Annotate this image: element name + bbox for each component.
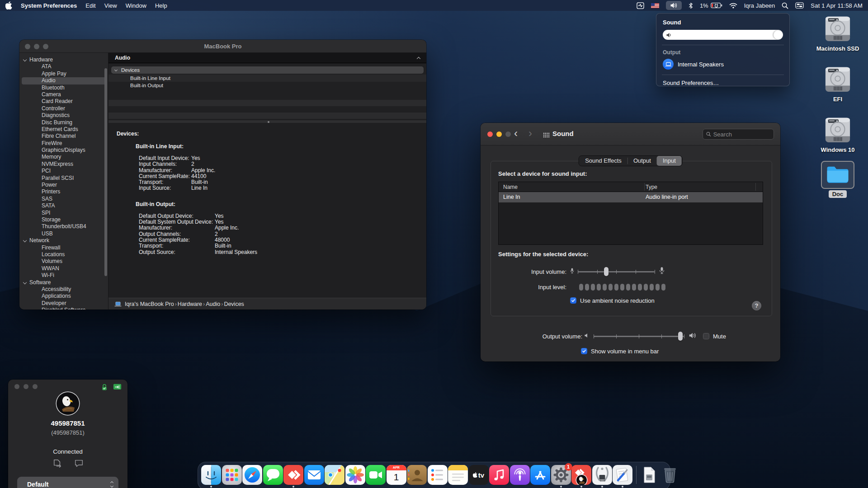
- menu-edit[interactable]: Edit: [85, 2, 95, 9]
- sidebar-item-locations[interactable]: Locations: [19, 251, 108, 258]
- sidebar-item-diagnostics[interactable]: Diagnostics: [19, 112, 108, 119]
- dock-item-safari[interactable]: [242, 465, 262, 488]
- sound-menu-icon[interactable]: [666, 1, 682, 10]
- output-device-row[interactable]: Internal Speakers: [663, 59, 783, 70]
- sidebar-item-printers[interactable]: Printers: [19, 188, 108, 195]
- breadcrumb-segment[interactable]: Devices: [224, 301, 244, 307]
- sidebar-item-sas[interactable]: SAS: [19, 196, 108, 202]
- dock-item-reminders[interactable]: [428, 465, 448, 488]
- sidebar-item-controller[interactable]: Controller: [19, 105, 108, 112]
- dock-item-maps[interactable]: [325, 465, 344, 488]
- sidebar-scrollbar[interactable]: [104, 68, 107, 276]
- breadcrumb-segment[interactable]: Iqra's MacBook Pro: [125, 301, 174, 307]
- search-field[interactable]: [703, 129, 774, 140]
- user-name[interactable]: Iqra Jabeen: [744, 2, 775, 9]
- dock-item-configurator[interactable]: [613, 465, 632, 488]
- dock-item-mail[interactable]: [304, 465, 324, 488]
- breadcrumb[interactable]: Iqra's MacBook Pro›Hardware›Audio›Device…: [125, 301, 244, 307]
- audio-section-header[interactable]: Audio: [108, 53, 426, 63]
- help-button[interactable]: ?: [752, 301, 761, 310]
- desktop-icon-macintosh-ssd[interactable]: Macintosh SSD: [811, 15, 865, 52]
- bluetooth-icon[interactable]: [689, 2, 693, 9]
- dock-item-hackintool[interactable]: [592, 465, 612, 488]
- tree-row-devices[interactable]: Devices: [111, 66, 424, 74]
- profile-dropdown[interactable]: Default: [17, 477, 118, 488]
- sidebar-item-ethernet-cards[interactable]: Ethernet Cards: [19, 126, 108, 133]
- sound-preferences-item[interactable]: Sound Preferences…: [663, 80, 783, 86]
- sidebar-group-hardware[interactable]: Hardware: [19, 56, 108, 63]
- dock-item-messages[interactable]: [263, 465, 283, 488]
- sidebar-item-accessibility[interactable]: Accessibility: [19, 286, 108, 293]
- device-row[interactable]: Line InAudio line-in port: [499, 192, 763, 202]
- sidebar-item-audio[interactable]: Audio: [22, 77, 106, 84]
- menu-clock[interactable]: Sat 1 Apr 11:58 AM: [811, 2, 863, 9]
- window-controls[interactable]: [14, 384, 38, 389]
- dock-item-document[interactable]: [639, 465, 659, 488]
- dock-item-facetime[interactable]: [366, 465, 386, 488]
- file-transfer-icon[interactable]: [52, 459, 62, 470]
- tab-sound-effects[interactable]: Sound Effects: [579, 156, 627, 166]
- desktop-icon-efi[interactable]: EFI: [811, 66, 865, 103]
- sidebar-item-camera[interactable]: Camera: [19, 91, 108, 98]
- sidebar-group-network[interactable]: Network: [19, 237, 108, 244]
- sidebar-item-fibre-channel[interactable]: Fibre Channel: [19, 133, 108, 140]
- sidebar-item-bluetooth[interactable]: Bluetooth: [19, 84, 108, 91]
- spotlight-search-icon[interactable]: [782, 2, 788, 9]
- table-header[interactable]: Name Type: [499, 182, 763, 192]
- sidebar-item-wwan[interactable]: WWAN: [19, 265, 108, 272]
- tab-input[interactable]: Input: [657, 156, 682, 166]
- folder-icon[interactable]: [821, 161, 854, 189]
- sidebar-item-firewire[interactable]: FireWire: [19, 140, 108, 147]
- popover-volume-slider[interactable]: [663, 30, 783, 40]
- sidebar-item-applications[interactable]: Applications: [19, 293, 108, 300]
- slider-knob[interactable]: [678, 332, 683, 341]
- sidebar-item-volumes[interactable]: Volumes: [19, 258, 108, 265]
- sidebar-item-spi[interactable]: SPI: [19, 210, 108, 216]
- menu-window[interactable]: Window: [126, 2, 146, 9]
- dock-item-music[interactable]: [489, 465, 509, 488]
- sidebar-item-parallel-scsi[interactable]: Parallel SCSI: [19, 175, 108, 182]
- breadcrumb-segment[interactable]: Hardware: [178, 301, 202, 307]
- wifi-icon[interactable]: [729, 3, 737, 9]
- fast-user-switch-icon[interactable]: [795, 2, 804, 9]
- dock-item-podcasts[interactable]: [510, 465, 530, 488]
- ambient-noise-checkbox[interactable]: [570, 297, 576, 304]
- mute-checkbox[interactable]: [703, 333, 709, 339]
- tab-output[interactable]: Output: [627, 156, 657, 166]
- sidebar-item-card-reader[interactable]: Card Reader: [19, 98, 108, 105]
- input-language-flag-icon[interactable]: [651, 3, 659, 8]
- breadcrumb-segment[interactable]: Audio: [206, 301, 220, 307]
- desktop-icon-windows-10[interactable]: Windows 10: [811, 117, 865, 153]
- sidebar-item-power[interactable]: Power: [19, 182, 108, 188]
- dock-item-anydesk-session[interactable]: [571, 465, 591, 488]
- hard-drive-icon[interactable]: [824, 136, 852, 144]
- sidebar-item-firewall[interactable]: Firewall: [19, 244, 108, 251]
- dock-item-contacts[interactable]: [407, 465, 427, 488]
- chat-icon[interactable]: [74, 459, 84, 470]
- dock-item-trash[interactable]: [660, 465, 680, 488]
- sidebar-item-nvmexpress[interactable]: NVMExpress: [19, 161, 108, 168]
- battery-status[interactable]: 1%: [700, 2, 722, 9]
- sidebar-item-sata[interactable]: SATA: [19, 202, 108, 209]
- dock-item-launchpad[interactable]: [222, 465, 242, 488]
- tree-row[interactable]: Built-in Output: [108, 82, 426, 89]
- desktop-icon-doc[interactable]: Doc: [811, 161, 865, 197]
- back-button[interactable]: ‹: [514, 127, 518, 140]
- dock-item-calendar[interactable]: APR1: [387, 465, 406, 488]
- menu-view[interactable]: View: [104, 2, 117, 9]
- forward-button[interactable]: ›: [528, 127, 532, 140]
- sidebar-item-memory[interactable]: Memory: [19, 154, 108, 160]
- volume-slider-knob[interactable]: [774, 30, 783, 39]
- sysinfo-titlebar[interactable]: MacBook Pro: [19, 40, 426, 53]
- sidebar-group-software[interactable]: Software: [19, 279, 108, 286]
- minimize-button[interactable]: [496, 131, 502, 137]
- sidebar-item-apple-pay[interactable]: Apple Pay: [19, 70, 108, 77]
- dock-item-apple-tv[interactable]: tv: [469, 465, 489, 488]
- sidebar-item-developer[interactable]: Developer: [19, 300, 108, 307]
- slider-knob[interactable]: [604, 267, 609, 276]
- show-all-grid-icon[interactable]: [543, 131, 550, 140]
- dock-item-notes[interactable]: [448, 465, 468, 488]
- sidebar-item-wi-fi[interactable]: Wi-Fi: [19, 272, 108, 279]
- hard-drive-icon[interactable]: [824, 35, 852, 43]
- close-button[interactable]: [487, 131, 493, 137]
